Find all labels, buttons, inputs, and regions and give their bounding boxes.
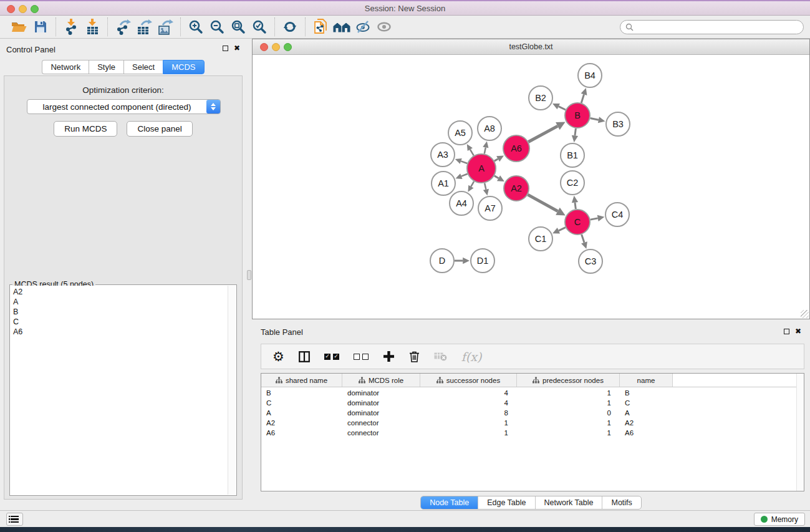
graph-edge[interactable] [559, 107, 566, 110]
network-graph[interactable]: AA6A2BCA5A8A3A1A4A7B2B4B3B1C2C1C4C3DD1 [253, 56, 809, 319]
graph-edge[interactable] [470, 150, 474, 156]
column-header[interactable]: shared name [261, 374, 342, 387]
zoom-out-button[interactable] [206, 17, 228, 36]
list-item[interactable]: A6 [11, 327, 228, 337]
tab-network[interactable]: Network [42, 60, 89, 74]
close-panel-button[interactable]: Close panel [127, 121, 192, 137]
table-row[interactable]: A6connector11A6 [261, 428, 804, 438]
search-input[interactable] [634, 23, 803, 32]
table-cell[interactable]: 0 [517, 409, 620, 417]
table-cell[interactable]: 4 [420, 399, 517, 407]
table-cell[interactable]: 1 [517, 399, 620, 407]
tab-edge-table[interactable]: Edge Table [478, 496, 534, 509]
function-builder-button[interactable]: f(x) [461, 350, 482, 364]
close-table-panel-icon[interactable]: ✖ [795, 328, 801, 334]
graph-edge[interactable] [461, 161, 467, 163]
float-table-panel-icon[interactable] [784, 329, 789, 334]
add-column-button[interactable] [383, 351, 395, 362]
table-cell[interactable]: A [261, 409, 342, 417]
new-network-from-selection-button[interactable] [310, 17, 331, 36]
table-cell[interactable]: 1 [517, 419, 620, 427]
table-cell[interactable]: dominator [342, 399, 420, 407]
list-item[interactable]: B [11, 307, 228, 317]
graph-edge[interactable] [485, 147, 486, 153]
column-header[interactable]: MCDS role [342, 374, 420, 387]
float-panel-icon[interactable] [223, 46, 228, 51]
table-row[interactable]: Adominator80A [261, 408, 804, 418]
graph-edge[interactable] [528, 126, 557, 142]
graph-edge[interactable] [471, 181, 474, 186]
table-cell[interactable]: A2 [261, 419, 342, 427]
graph-edge[interactable] [559, 228, 566, 231]
deselect-all-button[interactable] [354, 354, 369, 360]
column-header[interactable]: predecessor nodes [517, 374, 620, 387]
table-cell[interactable]: 1 [420, 419, 517, 427]
table-cell[interactable]: 4 [420, 389, 517, 397]
search-field[interactable] [620, 20, 804, 34]
table-cell[interactable]: A6 [620, 429, 673, 437]
show-all-button[interactable] [374, 17, 395, 36]
list-item[interactable]: A2 [11, 287, 228, 297]
graph-edge[interactable] [494, 159, 498, 161]
export-network-button[interactable] [112, 17, 133, 36]
list-item[interactable]: A [11, 297, 228, 307]
table-cell[interactable]: dominator [342, 409, 420, 417]
column-header[interactable]: name [620, 374, 673, 387]
tab-mcds[interactable]: MCDS [163, 60, 204, 74]
network-window-titlebar[interactable]: testGlobe.txt [253, 39, 809, 55]
mcds-result-list[interactable]: A2ABCA6 [11, 286, 228, 495]
graph-edge[interactable] [591, 118, 599, 120]
import-network-button[interactable] [60, 17, 82, 36]
show-task-history-button[interactable] [6, 513, 23, 526]
table-cell[interactable]: A [620, 409, 673, 417]
show-columns-button[interactable] [299, 351, 310, 362]
table-cell[interactable]: A2 [620, 419, 673, 427]
table-scrollbar[interactable] [796, 374, 804, 491]
export-table-button[interactable] [133, 17, 155, 36]
zoom-in-button[interactable] [185, 17, 206, 36]
graph-edge[interactable] [575, 128, 576, 136]
table-cell[interactable]: B [620, 389, 673, 397]
optimization-criterion-dropdown[interactable]: largest connected component (directed) [27, 99, 221, 114]
home-button[interactable] [331, 17, 352, 36]
refresh-button[interactable] [279, 17, 301, 36]
network-canvas[interactable]: AA6A2BCA5A8A3A1A4A7B2B4B3B1C2C1C4C3DD1 [253, 56, 809, 319]
table-cell[interactable]: 1 [517, 389, 620, 397]
zoom-fit-button[interactable] [228, 17, 249, 36]
save-session-button[interactable] [30, 17, 51, 36]
graph-edge[interactable] [528, 195, 557, 211]
export-image-button[interactable] [155, 17, 176, 36]
table-cell[interactable]: connector [342, 419, 420, 427]
graph-edge[interactable] [494, 176, 499, 178]
tab-network-table[interactable]: Network Table [535, 496, 602, 509]
import-table-button[interactable] [82, 17, 103, 36]
memory-button[interactable]: Memory [754, 513, 805, 526]
table-row[interactable]: Cdominator41C [261, 398, 804, 408]
table-cell[interactable]: 1 [420, 429, 517, 437]
tab-motifs[interactable]: Motifs [602, 496, 640, 509]
table-row[interactable]: Bdominator41B [261, 388, 804, 398]
graph-edge[interactable] [575, 203, 576, 210]
column-header[interactable]: successor nodes [420, 374, 517, 387]
table-cell[interactable]: 1 [517, 429, 620, 437]
vertical-splitter-grip[interactable] [247, 270, 251, 280]
table-cell[interactable]: A6 [261, 429, 342, 437]
graph-edge[interactable] [591, 218, 598, 220]
table-cell[interactable]: C [620, 399, 673, 407]
hide-selected-button[interactable] [352, 17, 374, 36]
table-cell[interactable]: C [261, 399, 342, 407]
tab-node-table[interactable]: Node Table [421, 496, 478, 509]
result-list-scrollbar[interactable] [228, 286, 236, 495]
zoom-selected-button[interactable] [249, 17, 270, 36]
close-panel-icon[interactable]: ✖ [234, 45, 240, 51]
destroy-table-button[interactable] [434, 352, 447, 361]
graph-edge[interactable] [461, 174, 468, 177]
table-cell[interactable]: 8 [420, 409, 517, 417]
graph-edge[interactable] [581, 94, 584, 103]
table-cell[interactable]: B [261, 389, 342, 397]
table-settings-button[interactable]: ⚙ [272, 351, 284, 363]
graph-edge[interactable] [485, 183, 486, 189]
open-session-button[interactable] [9, 17, 30, 36]
tab-style[interactable]: Style [89, 60, 123, 74]
delete-columns-button[interactable] [409, 351, 420, 362]
